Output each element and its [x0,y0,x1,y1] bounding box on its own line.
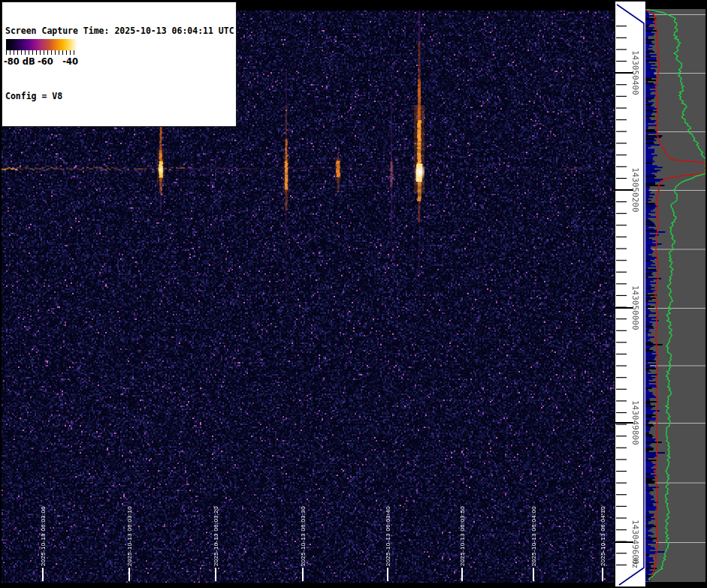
time-axis-label: 2025-10-13 06:03:30 [300,506,307,566]
db-label-minus80: -80 dB [4,56,35,67]
time-axis-label: 2025-10-13 06:03:40 [385,506,391,566]
frequency-unit-label: Hz [630,559,640,568]
capture-time-text: Screen Capture Time: 2025-10-13 06:04:11… [5,26,233,37]
time-axis-label: 2025-10-13 06:04:10 [600,506,606,566]
spectrum-lab-window: Screen Capture Time: 2025-10-13 06:04:11… [0,0,707,588]
time-axis-label: 2025-10-13 06:03:20 [213,506,219,566]
time-axis-label: 2025-10-13 06:03:50 [459,506,466,566]
color-scale-labels: -80 dB -60 -40 [2,55,80,70]
db-label-minus60: -60 [38,56,53,67]
amplitude-color-scale: -80 dB -60 -40 [2,36,80,71]
time-axis-label: 2025-10-13 06:04:00 [530,506,537,566]
frequency-axis-label: 143050200 [630,167,640,213]
frequency-axis-label: 143050400 [630,50,640,95]
color-scale-gradient-bar [6,39,77,50]
frequency-axis-label: 143049600 [630,520,640,565]
db-label-minus40: -40 [62,56,78,67]
time-axis-label: 2025-10-13 06:03:00 [40,506,47,566]
config-text: Config = V8 [5,91,233,102]
frequency-axis-label: 143049800 [630,400,640,445]
frequency-axis-label: 143050000 [630,285,640,330]
time-axis-label: 2025-10-13 06:03:10 [126,506,133,566]
